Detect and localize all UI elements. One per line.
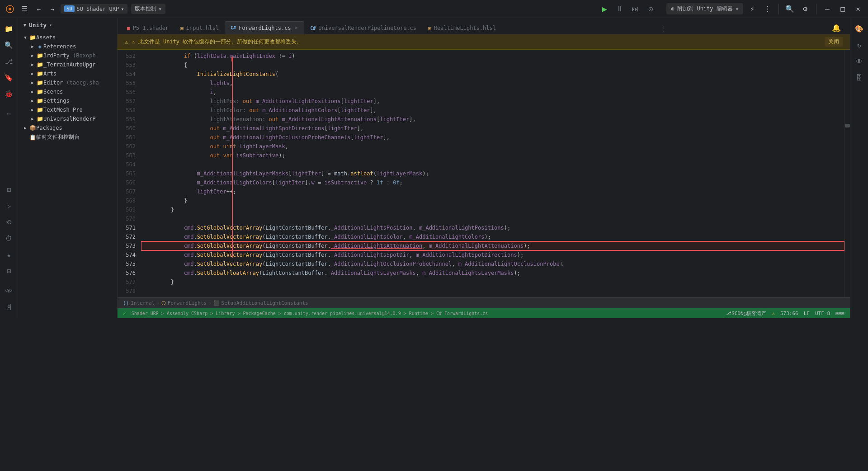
rail-git2-icon[interactable]: ⟲ — [2, 215, 16, 230]
code-line-576[interactable]: cmd.SetGlobalFloatArray(LightConstantBuf… — [141, 268, 844, 278]
debug-button[interactable]: ⊙ — [644, 2, 657, 16]
code-line-562: out uint lightLayerMask, — [141, 142, 844, 151]
tabs-more-button[interactable]: ⋮ — [659, 23, 670, 34]
rail-run2-icon[interactable]: ▷ — [2, 199, 16, 213]
settings-icon[interactable]: ⚙ — [799, 3, 811, 15]
code-line-572[interactable]: cmd.SetGlobalVectorArray(LightConstantBu… — [141, 232, 844, 241]
tree-label-temp: 临时文件和控制台 — [36, 133, 117, 141]
back-button[interactable]: ← — [33, 3, 45, 15]
more-button[interactable]: ⋮ — [761, 3, 774, 15]
breadcrumb-sep-1: › — [156, 300, 160, 306]
tree-icon-references: ◈ — [36, 43, 43, 50]
tab-label-forward: ForwardLights.cs — [239, 25, 291, 31]
code-line-558: lightColor: out m_AdditionalLightColors[… — [141, 106, 844, 115]
tab-icon-urpcore: C# — [310, 26, 316, 31]
tree-item-3rdparty[interactable]: ▶ 📁 3rdParty (Boxoph — [18, 51, 117, 60]
right-panel-sync-icon[interactable]: ↻ — [852, 38, 867, 52]
tab-realtimehlsl[interactable]: ▣ RealtimeLights.hlsl — [422, 22, 502, 34]
breadcrumb-method-icon: ⬛ — [213, 300, 220, 306]
plugin-icon[interactable]: ⚡ — [746, 3, 759, 15]
notification-bell-icon[interactable]: 🔔 — [830, 21, 843, 34]
breadcrumb-internal[interactable]: ⟨⟩ Internal — [123, 300, 155, 306]
tab-input-hlsl[interactable]: ▣ Input.hlsl — [175, 22, 225, 34]
tree-label-terrain: _TerrainAutoUpgr — [43, 61, 117, 68]
line-num-576: 576 — [118, 268, 141, 278]
search-icon[interactable]: 🔍 — [783, 3, 796, 15]
branch-selector[interactable]: SU SU Shader_URP ▾ — [61, 4, 127, 14]
step-button[interactable]: ⏭ — [628, 2, 642, 16]
tree-item-scenes[interactable]: ▶ 📁 Scenes — [18, 87, 117, 96]
hamburger-icon[interactable]: ☰ — [18, 3, 31, 15]
rail-network-icon[interactable]: ⊡ — [2, 264, 16, 278]
warning-close-button[interactable]: 关闭 — [825, 37, 843, 47]
right-panel-paint-icon[interactable]: 🎨 — [852, 22, 867, 36]
tree-assets-root[interactable]: ▼ 📁 Assets — [18, 33, 117, 42]
tree-item-arts[interactable]: ▶ 📁 Arts — [18, 69, 117, 78]
tree-label-references: References — [43, 43, 117, 50]
rail-clock-icon[interactable]: ⏱ — [2, 231, 16, 246]
rail-eye-icon[interactable]: 👁 — [2, 284, 16, 298]
tree-item-textmesh[interactable]: ▶ 📁 TextMesh Pro — [18, 105, 117, 114]
version-control-button[interactable]: 版本控制 ▾ — [131, 4, 165, 14]
breadcrumb-method[interactable]: ⬛ SetupAdditionalLightConstants — [213, 300, 308, 306]
tree-arrow-terrain: ▶ — [29, 61, 36, 68]
tree-item-editor[interactable]: ▶ 📁 Editor (taecg.sha — [18, 78, 117, 87]
rail-db-icon[interactable]: 🗄 — [2, 300, 16, 315]
minimap-scrollbar[interactable] — [844, 50, 850, 297]
sidebar-header[interactable]: ▼ Unity ▾ — [18, 18, 117, 32]
forward-button[interactable]: → — [46, 3, 59, 15]
code-line-564 — [141, 160, 844, 169]
breadcrumb-forwardlights[interactable]: ⬡ ForwardLights — [161, 300, 207, 306]
rail-folder-icon[interactable]: 📁 — [2, 22, 16, 36]
code-line-567: lightIter++; — [141, 187, 844, 196]
rail-star-icon[interactable]: ★ — [2, 248, 16, 262]
close-button[interactable]: ✕ — [852, 3, 864, 15]
right-panel-eye-icon[interactable]: 👁 — [852, 54, 867, 69]
tab-icon-input: ▣ — [180, 25, 184, 31]
tab-label-input: Input.hlsl — [186, 25, 219, 31]
line-num-564: 564 — [118, 160, 141, 169]
line-num-558: 558 — [118, 106, 141, 115]
rail-terminal-icon[interactable]: ⊞ — [2, 183, 16, 197]
maximize-button[interactable]: □ — [836, 3, 849, 15]
code-line-575[interactable]: cmd.SetGlobalVectorArray(LightConstantBu… — [141, 259, 844, 268]
rail-git-icon[interactable]: ⎇ — [2, 54, 16, 69]
run-button[interactable]: ▶ — [598, 2, 611, 16]
line-num-575: 575 — [118, 259, 141, 268]
tree-label-urp: UniversalRenderP — [43, 116, 117, 122]
tab-urpcore[interactable]: C# UniversalRenderPipelineCore.cs — [304, 22, 422, 34]
line-num-560: 560 — [118, 124, 141, 133]
tree-item-packages[interactable]: ▶ 📦 Packages — [18, 123, 117, 132]
code-scroll[interactable]: if (lightData.mainLightIndex != i) { Ini… — [141, 50, 844, 297]
tab-p5shader[interactable]: ■ P5_1.shader — [121, 22, 175, 34]
rail-search-icon[interactable]: 🔍 — [2, 38, 16, 52]
tree-item-settings[interactable]: ▶ 📁 Settings — [18, 96, 117, 105]
tree-label-scenes: Scenes — [43, 89, 117, 95]
status-bar: ✓ Shader_URP > Assembly-CSharp > Library… — [118, 308, 850, 318]
tab-close-forward[interactable]: ✕ — [294, 24, 299, 31]
pause-button[interactable]: ⏸ — [613, 2, 627, 16]
warning-text: ⚠ 此文件是 Unity 软件包缓存的一部分。所做的任何更改都将丢失。 — [132, 38, 302, 46]
tree-item-references[interactable]: ▶ ◈ References — [18, 42, 117, 51]
tree-item-urp[interactable]: ▶ 📁 UniversalRenderP — [18, 114, 117, 123]
breadcrumb-forwardlights-label: ForwardLights — [168, 300, 207, 306]
code-line-573[interactable]: 💡 cmd.SetGlobalVectorArray(LightConstant… — [141, 241, 844, 250]
attach-unity-button[interactable]: ⊕ 附加到 Unity 编辑器 ▾ — [666, 3, 743, 14]
rail-more-icon[interactable]: ⋯ — [2, 107, 16, 121]
tab-forwardlights[interactable]: C# ForwardLights.cs ✕ — [225, 21, 304, 34]
rail-debug-icon[interactable]: 🐞 — [2, 87, 16, 101]
tree-icon-scenes: 📁 — [36, 88, 43, 95]
code-container: 552 553 554 555 556 557 558 559 560 561 … — [118, 50, 850, 297]
code-line-568: } — [141, 196, 844, 205]
right-panel-db-icon[interactable]: 🗄 — [852, 71, 867, 85]
tree-arrow-textmesh: ▶ — [29, 106, 36, 113]
tree-item-temp[interactable]: ▶ 📋 临时文件和控制台 — [18, 132, 117, 142]
tree-item-terrain[interactable]: ▶ 📁 _TerrainAutoUpgr — [18, 60, 117, 69]
breadcrumb-forwardlights-icon: ⬡ — [161, 300, 166, 306]
minimize-button[interactable]: — — [821, 3, 834, 15]
code-line-574[interactable]: cmd.SetGlobalVectorArray(LightConstantBu… — [141, 250, 844, 259]
tab-icon-forward: C# — [231, 25, 236, 30]
code-line-571[interactable]: cmd.SetGlobalVectorArray(LightConstantBu… — [141, 223, 844, 232]
tree-arrow-scenes: ▶ — [29, 88, 36, 95]
rail-bookmark-icon[interactable]: 🔖 — [2, 71, 16, 85]
